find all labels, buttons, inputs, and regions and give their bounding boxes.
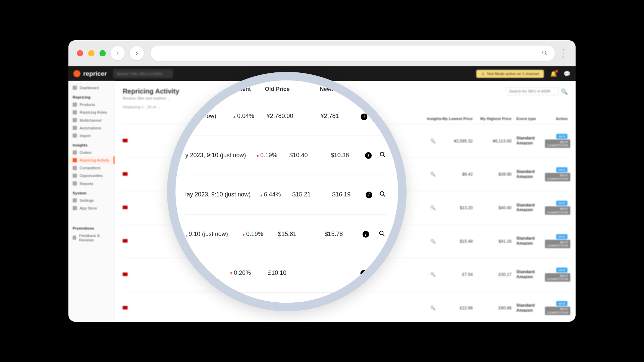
search-icon (541, 50, 548, 57)
mag-search-icon[interactable] (377, 191, 388, 199)
th-action: Action (545, 117, 568, 121)
flag-icon (123, 172, 128, 176)
cell-myhighest: $40.40 (478, 205, 517, 210)
mag-time: , 9:10 (just now) (185, 231, 228, 238)
mag-movement: 0.19% (228, 231, 263, 238)
sidebar-section-promotions: Promotions (68, 223, 115, 232)
flag-icon (123, 205, 128, 209)
cell-mylowest: £22.86 (439, 305, 478, 310)
mag-new-price: $16.19 (322, 191, 361, 198)
mag-new-price: $10.38 (320, 152, 360, 159)
sidebar-item-automations[interactable]: Automations (68, 124, 115, 132)
sidebar-item-opportunities[interactable]: Opportunities (68, 172, 115, 180)
cell-action: MAXBEAT COMPETITOR (545, 167, 568, 182)
cell-mylowest: $9.42 (439, 172, 478, 177)
mag-search-icon[interactable] (375, 230, 388, 238)
global-search[interactable]: Search Title, SKU or ASIN... (113, 69, 173, 78)
info-icon[interactable]: i (353, 269, 374, 277)
sidebar-item-dashboard[interactable]: Dashboard (68, 84, 115, 92)
mag-new-price: ¥2,781 (306, 113, 354, 120)
th-myhighest: My Highest Price (478, 117, 517, 121)
cell-event: StandardAmazon (517, 303, 545, 313)
mag-old-price: $15.81 (263, 231, 311, 238)
test-mode-badge[interactable]: ⚠ Test Mode active on 1 channel (476, 70, 544, 78)
notifications-icon[interactable]: 🔔 (550, 70, 557, 77)
maximize-window-icon[interactable] (99, 50, 106, 56)
sidebar-item-import[interactable]: Import (68, 132, 115, 139)
sidebar-item-settings[interactable]: Settings (68, 196, 115, 204)
mag-row: , 9:10 (just now) 0.19% $15.81 $15.78 i (185, 215, 388, 254)
forward-button[interactable]: › (130, 46, 144, 60)
svg-line-1 (383, 155, 385, 157)
mag-old-price: £10.10 (251, 269, 304, 277)
mag-row: lay 2023, 9:10 (just now) 6.44% $15.21 $… (185, 175, 388, 215)
insight-icon[interactable]: 🔍 (427, 305, 439, 310)
cell-mylowest: £7.54 (439, 272, 478, 277)
mag-time: y 2023, 9:10 (just now) (185, 152, 246, 159)
sidebar-item-competitors[interactable]: Competitors (68, 164, 115, 172)
svg-line-5 (383, 234, 384, 236)
sidebar-item-reports[interactable]: Reports (68, 180, 115, 187)
flag-icon (123, 306, 128, 309)
cell-myhighest: £30.17 (478, 272, 517, 277)
brand-text: repricer (83, 70, 107, 77)
insight-icon[interactable]: 🔍 (427, 138, 439, 143)
mag-time: lay 2023, 9:10 (just now) (185, 191, 251, 198)
traffic-lights (77, 50, 106, 56)
minimize-window-icon[interactable] (88, 50, 95, 56)
info-icon[interactable]: i (360, 152, 377, 159)
info-icon[interactable]: i (354, 113, 375, 120)
flag-icon (123, 273, 128, 276)
cell-event: StandardAmazon (517, 169, 545, 179)
cell-mylowest: ¥2,595.32 (439, 138, 478, 143)
sidebar-section-repricing: Repricing (68, 92, 115, 101)
svg-point-4 (379, 231, 383, 235)
sidebar-item-orders[interactable]: Orders (68, 148, 115, 156)
insight-icon[interactable]: 🔍 (427, 172, 439, 177)
close-window-icon[interactable] (77, 50, 83, 56)
insight-icon[interactable]: 🔍 (427, 205, 439, 210)
mag-row: 0.20% £10.10 i (185, 254, 388, 293)
cell-mylowest: $13.20 (439, 205, 478, 210)
browser-menu-icon[interactable] (560, 49, 567, 58)
mag-new-price: $15.78 (311, 231, 356, 238)
cell-myhighest: $38.90 (478, 172, 517, 177)
mag-search-icon[interactable] (377, 151, 388, 159)
cell-event: StandardAmazon (517, 203, 545, 213)
cell-action: MAXBEAT COMPETITOR (545, 301, 568, 315)
mag-old-price: $10.40 (277, 152, 320, 159)
sidebar-item-feedback[interactable]: Feedback & Reviews (68, 232, 115, 244)
brand-logo[interactable]: repricer (73, 70, 107, 77)
url-bar[interactable] (151, 46, 555, 61)
flag-icon (123, 239, 128, 243)
sidebar-item-repricing-activity[interactable]: Repricing Activity (68, 157, 115, 164)
mag-th-oldprice: Old Price (251, 86, 304, 93)
cell-action: MAXBEAT COMPETITOR (545, 267, 568, 282)
th-event: Event type (517, 117, 545, 121)
sidebar-item-products[interactable]: Products (68, 101, 115, 109)
cell-myhighest: ¥8,113.00 (478, 138, 517, 143)
cell-event: StandardAmazon (517, 136, 545, 145)
chat-icon[interactable]: 💬 (564, 70, 571, 77)
info-icon[interactable]: i (361, 191, 377, 198)
info-icon[interactable]: i (356, 231, 375, 238)
mag-old-price: $15.21 (281, 191, 322, 198)
search-icon[interactable]: 🔍 (561, 88, 568, 95)
insight-icon[interactable]: 🔍 (427, 239, 439, 244)
page-search: 🔍 (506, 87, 568, 95)
magnifier-lens: …ovement Old Price New… 0 (just now) 0.0… (167, 72, 407, 311)
mag-movement: 0.19% (246, 152, 277, 159)
mag-row: 0 (just now) 0.04% ¥2,780.00 ¥2,781 i (185, 102, 388, 136)
sidebar-item-multichannel[interactable]: Multichannel (68, 116, 115, 124)
back-button[interactable]: ‹ (111, 46, 125, 60)
svg-line-3 (383, 195, 385, 196)
insight-icon[interactable]: 🔍 (427, 272, 439, 277)
cell-action: MAXBEAT COMPETITOR (545, 133, 568, 148)
sidebar-item-repricing-rules[interactable]: Repricing Rules (68, 109, 115, 116)
page-search-input[interactable] (506, 87, 559, 95)
th-mylowest: My Lowest Price (439, 117, 478, 121)
logo-icon (73, 70, 80, 77)
cell-myhighest: £90.96 (478, 305, 517, 310)
mag-old-price: ¥2,780.00 (254, 113, 306, 120)
sidebar-item-appstore[interactable]: App Store (68, 204, 115, 212)
